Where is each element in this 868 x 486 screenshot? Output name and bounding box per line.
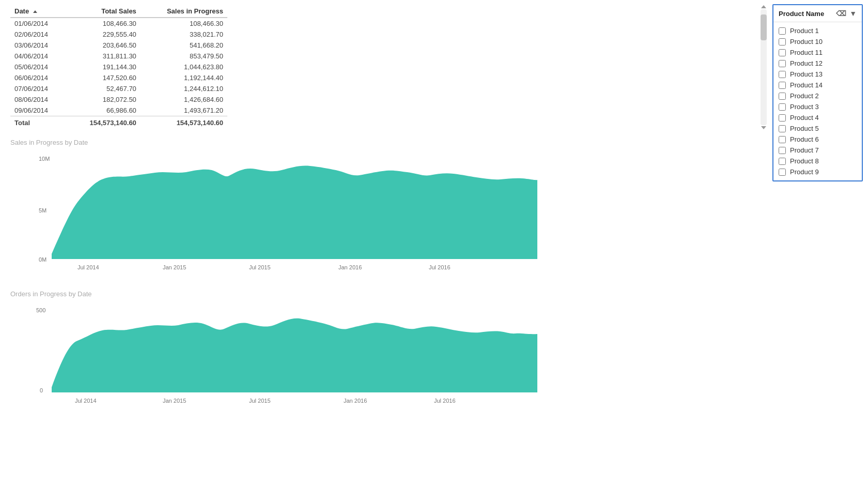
filter-checkbox-product-2[interactable] xyxy=(779,93,786,100)
filter-checkbox-product-11[interactable] xyxy=(779,49,786,56)
filter-item[interactable]: Product 6 xyxy=(773,134,862,145)
col-sales-progress-label: Sales in Progress xyxy=(167,7,223,15)
filter-checkbox-product-12[interactable] xyxy=(779,60,786,67)
scroll-thumb[interactable] xyxy=(761,14,767,40)
scroll-down-arrow[interactable] xyxy=(761,126,766,129)
cell-total-sales: 108,466.30 xyxy=(67,18,141,29)
cell-date: 04/06/2014 xyxy=(10,51,67,62)
x2-label-jan2016: Jan 2016 xyxy=(344,398,367,404)
chart2-container: Orders in Progress by Date 500 0 Jul 201… xyxy=(10,290,858,416)
cell-date: 01/06/2014 xyxy=(10,18,67,29)
filter-checkbox-product-13[interactable] xyxy=(779,71,786,78)
filter-checkbox-product-8[interactable] xyxy=(779,158,786,165)
filter-item[interactable]: Product 14 xyxy=(773,80,862,90)
filter-label: Product 7 xyxy=(790,146,819,154)
filter-checkbox-product-1[interactable] xyxy=(779,27,786,35)
filter-item[interactable]: Product 9 xyxy=(773,166,862,177)
cell-total-sales: 311,811.30 xyxy=(67,51,141,62)
filter-checkbox-product-4[interactable] xyxy=(779,114,786,122)
filter-header: Product Name ⌫ ▼ xyxy=(773,5,862,22)
filter-label: Product 9 xyxy=(790,168,819,176)
x-label-jul2014: Jul 2014 xyxy=(78,264,99,270)
filter-header-icons: ⌫ ▼ xyxy=(836,9,857,18)
filter-item[interactable]: Product 2 xyxy=(773,90,862,101)
x-label-jan2015: Jan 2015 xyxy=(163,264,186,270)
filter-item[interactable]: Product 1 xyxy=(773,25,862,36)
col-sales-progress[interactable]: Sales in Progress xyxy=(141,5,227,18)
cell-total-sales: 191,144.30 xyxy=(67,62,141,72)
col-total-sales[interactable]: Total Sales xyxy=(67,5,141,18)
filter-checkbox-product-14[interactable] xyxy=(779,82,786,89)
filter-item[interactable]: Product 3 xyxy=(773,101,862,112)
cell-total-sales: 147,520.60 xyxy=(67,72,141,83)
filter-item[interactable]: Product 13 xyxy=(773,69,862,80)
cell-date: 08/06/2014 xyxy=(10,94,67,105)
table-row: 02/06/2014229,555.40338,021.70 xyxy=(10,29,227,40)
filter-item[interactable]: Product 10 xyxy=(773,36,862,47)
filter-label: Product 1 xyxy=(790,27,819,35)
filter-item[interactable]: Product 5 xyxy=(773,123,862,134)
content-area: Date Total Sales Sales in Progress 01/06… xyxy=(0,0,868,486)
y2-label-500: 500 xyxy=(36,307,45,313)
scroll-track xyxy=(761,9,767,125)
clear-filter-icon[interactable]: ⌫ xyxy=(836,9,846,18)
scrollbar[interactable] xyxy=(760,5,767,129)
filter-label: Product 11 xyxy=(790,49,823,56)
filter-label: Product 8 xyxy=(790,157,819,165)
cell-total-sales: 182,072.50 xyxy=(67,94,141,105)
scroll-up-arrow[interactable] xyxy=(761,5,766,8)
cell-total-label: Total xyxy=(10,116,67,129)
table-row: 06/06/2014147,520.601,192,144.40 xyxy=(10,72,227,83)
filter-label: Product 4 xyxy=(790,114,819,122)
filter-checkbox-product-3[interactable] xyxy=(779,103,786,111)
cell-total-sales: 52,467.70 xyxy=(67,83,141,94)
filter-label: Product 14 xyxy=(790,81,823,89)
cell-total-sales: 203,646.50 xyxy=(67,40,141,51)
cell-total-sales: 229,555.40 xyxy=(67,29,141,40)
cell-sales-progress: 108,466.30 xyxy=(141,18,227,29)
table-row: 05/06/2014191,144.301,044,623.80 xyxy=(10,62,227,72)
filter-label: Product 12 xyxy=(790,59,823,67)
filter-checkbox-product-10[interactable] xyxy=(779,38,786,45)
chart1-title: Sales in Progress by Date xyxy=(10,139,858,146)
y2-label-0: 0 xyxy=(40,387,43,393)
col-total-sales-label: Total Sales xyxy=(101,7,136,15)
chart1-wrapper: 10M 5M 0M Jul 2014 xyxy=(10,150,501,275)
cell-total-progress-sum: 154,573,140.60 xyxy=(141,116,227,129)
filter-item[interactable]: Product 11 xyxy=(773,47,862,58)
table-row: 09/06/201466,986.601,493,671.20 xyxy=(10,105,227,116)
cell-date: 03/06/2014 xyxy=(10,40,67,51)
chevron-down-icon[interactable]: ▼ xyxy=(849,9,857,18)
filter-checkbox-product-5[interactable] xyxy=(779,125,786,132)
x2-label-jul2016: Jul 2016 xyxy=(434,398,456,404)
filter-list: Product 1Product 10Product 11Product 12P… xyxy=(773,22,862,180)
table-header-row: Date Total Sales Sales in Progress xyxy=(10,5,227,18)
filter-label: Product 10 xyxy=(790,38,823,45)
filter-item[interactable]: Product 4 xyxy=(773,112,862,123)
cell-total-sales: 66,986.60 xyxy=(67,105,141,116)
cell-sales-progress: 853,479.50 xyxy=(141,51,227,62)
filter-item[interactable]: Product 8 xyxy=(773,156,862,166)
filter-panel: Product Name ⌫ ▼ Product 1Product 10Prod… xyxy=(772,4,863,181)
filter-label: Product 6 xyxy=(790,135,819,143)
filter-checkbox-product-6[interactable] xyxy=(779,136,786,143)
cell-sales-progress: 1,044,623.80 xyxy=(141,62,227,72)
chart2-title: Orders in Progress by Date xyxy=(10,290,858,298)
data-table: Date Total Sales Sales in Progress 01/06… xyxy=(10,5,227,128)
filter-checkbox-product-7[interactable] xyxy=(779,147,786,154)
filter-checkbox-product-9[interactable] xyxy=(779,169,786,176)
filter-item[interactable]: Product 7 xyxy=(773,145,862,156)
table-total-row: Total154,573,140.60154,573,140.60 xyxy=(10,116,227,129)
main-container: Date Total Sales Sales in Progress 01/06… xyxy=(0,0,868,486)
cell-date: 07/06/2014 xyxy=(10,83,67,94)
col-date[interactable]: Date xyxy=(10,5,67,18)
cell-sales-progress: 1,192,144.40 xyxy=(141,72,227,83)
table-row: 07/06/201452,467.701,244,612.10 xyxy=(10,83,227,94)
cell-total-sales-sum: 154,573,140.60 xyxy=(67,116,141,129)
filter-item[interactable]: Product 12 xyxy=(773,58,862,69)
sort-icon xyxy=(33,10,37,13)
chart1-svg: 10M 5M 0M Jul 2014 xyxy=(10,150,548,275)
cell-date: 02/06/2014 xyxy=(10,29,67,40)
chart1-area xyxy=(52,166,537,259)
chart1-container: Sales in Progress by Date 10M 5M 0M xyxy=(10,139,858,275)
